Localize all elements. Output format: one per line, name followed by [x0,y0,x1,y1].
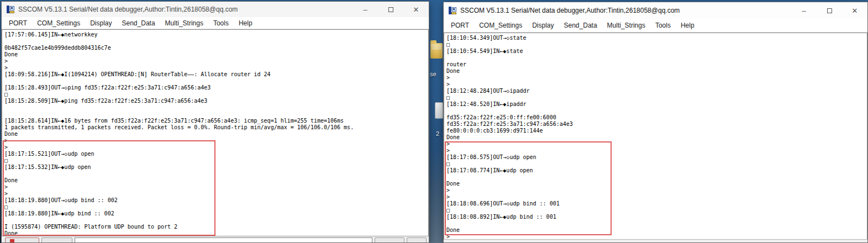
desktop-folder-label: se [430,71,436,77]
terminal-line: □ [446,94,867,101]
terminal-line: [18:15:28.614]IN←◆16 bytes from fd35:f22… [4,118,428,124]
terminal-line: [17:57:06.145]IN←◆networkkey [4,31,428,38]
toolbar-button[interactable] [5,237,39,242]
terminal-line: > [4,58,428,65]
menu-bar: PORTCOM_SettingsDisplaySend_DataMulti_St… [2,17,429,29]
terminal-line: [18:10:54.349]OUT→◇state [446,35,867,41]
terminal-line: [18:18:19.880]IN←◆udp bind :: 002 [4,210,428,217]
terminal-line: > [446,147,867,154]
terminal-line: > [446,81,867,88]
menu-item[interactable]: Help [676,22,699,29]
terminal-line: [18:15:28.509]IN←◆ping fd35:f22a:f22f:e2… [4,98,428,104]
terminal-line: [18:12:48.520]IN←◆ipaddr [446,101,867,108]
sscom-window-right: SSCOM V5.13.1 Serial/Net data debugger,A… [443,2,868,243]
toolbar-button[interactable] [407,237,427,242]
terminal-line: Done [4,177,428,184]
menu-item[interactable]: Help [234,19,257,27]
terminal-line: [18:12:48.284]OUT→◇ipaddr [446,88,867,94]
minimize-button[interactable]: – [791,2,817,19]
terminal-line: □ [4,204,428,210]
menu-item[interactable]: Tools [650,22,676,29]
terminal-line: □ [446,41,867,48]
menu-item[interactable]: Send_Data [559,22,602,29]
minimize-button[interactable]: – [353,2,378,17]
menu-item[interactable]: Tools [208,19,234,27]
terminal-line [4,78,428,84]
terminal-line: > [446,194,867,200]
sscom-app-icon [6,5,15,14]
toolbar-button[interactable] [375,237,404,242]
maximize-button[interactable] [817,2,842,19]
close-button[interactable]: ✕ [842,2,867,19]
terminal-line: [18:17:15.532]IN←◆udp open [4,164,428,171]
terminal-line: [18:18:19.880]OUT→◇udp bind :: 002 [4,197,428,204]
terminal-output[interactable]: [17:57:06.145]IN←◆networkkey0b482f57cae1… [2,29,429,236]
terminal-line: [18:09:58.216]IN←◆I(1094214) OPENTHREAD:… [4,71,428,78]
terminal-line: > [446,75,867,81]
terminal-line: > [446,141,867,147]
menu-item[interactable]: COM_Settings [32,19,85,27]
terminal-output[interactable]: [18:10:54.349]OUT→◇state□[18:10:54.549]I… [444,33,867,239]
menu-item[interactable]: Multi_Strings [160,19,208,27]
menu-item[interactable]: Display [527,22,559,29]
menu-item[interactable]: PORT [446,22,474,29]
titlebar[interactable]: SSCOM V5.13.1 Serial/Net data debugger,A… [444,2,867,19]
terminal-line: □ [446,207,867,214]
terminal-line: [18:10:54.549]IN←◆state [446,48,867,55]
window-title: SSCOM V5.13.1 Serial/Net data debugger,A… [18,6,353,13]
terminal-line: [18:15:28.493]OUT→◇ping fd35:f22a:f22f:e… [4,84,428,91]
terminal-line [4,111,428,118]
menu-item[interactable]: Multi_Strings [602,22,650,29]
terminal-line [4,38,428,45]
titlebar[interactable]: SSCOM V5.13.1 Serial/Net data debugger,A… [2,2,429,17]
terminal-line [446,55,867,61]
menu-bar: PORTCOM_SettingsDisplaySend_DataMulti_St… [444,19,867,33]
terminal-line [446,220,867,227]
maximize-button[interactable] [378,2,403,17]
sscom-app-icon [448,6,457,15]
menu-item[interactable]: COM_Settings [474,22,527,29]
maximize-icon [388,7,393,12]
terminal-line: Done [4,230,428,236]
desktop-folder-icon [432,44,441,50]
terminal-line: fd35:f22a:f22f:e25:3a71:c947:a656:a4e3 [446,121,867,128]
terminal-line: I (1595874) OPENTHREAD: Platform UDP bou… [4,224,428,230]
toolbar-button[interactable] [41,237,72,242]
terminal-line: [18:17:08.774]IN←◆udp open [446,167,867,174]
terminal-line: fd35:f22a:f22f:e25:0:ff:fe00:6000 [446,114,867,121]
terminal-line: [18:18:08.696]OUT→◇udp bind :: 001 [446,200,867,207]
terminal-line: > [446,234,867,239]
menu-item[interactable]: PORT [4,19,32,27]
send-toolbar-cutoff [2,236,429,242]
terminal-line: router [446,61,867,68]
terminal-line: Done [446,134,867,141]
terminal-line: Done [446,68,867,75]
desktop-file-label: 2 [436,130,439,137]
terminal-line [446,108,867,114]
terminal-line: fe80:0:0:0:cb3:1699:d971:144e [446,128,867,134]
terminal-line: [18:17:08.575]OUT→◇udp open [446,154,867,161]
terminal-line: □ [4,157,428,164]
terminal-line: > [4,191,428,197]
terminal-line [4,104,428,111]
terminal-line: > [4,65,428,71]
close-button[interactable]: ✕ [403,2,429,17]
terminal-line: > [446,187,867,194]
terminal-line: 1 packets transmitted, 1 packets receive… [4,124,428,131]
menu-item[interactable]: Send_Data [117,19,160,27]
terminal-line: > [4,184,428,191]
terminal-line [4,171,428,177]
desktop: { "colors": { "highlight_box": "#e05c5c"… [0,0,868,243]
terminal-line: > [4,138,428,144]
desktop-file-icon[interactable] [435,102,443,119]
menu-item[interactable]: Display [85,19,117,27]
terminal-line [446,174,867,181]
terminal-line: Done [4,131,428,138]
terminal-line: Done [446,227,867,234]
window-title: SSCOM V5.13.1 Serial/Net data debugger,A… [460,7,791,14]
send-input[interactable] [75,237,372,242]
terminal-line: Done [4,51,428,58]
terminal-line: 0b482f57cae1e4b999deddb804316c7e [4,45,428,51]
terminal-line: □ [446,161,867,167]
terminal-line: [18:18:08.892]IN←◆udp bind :: 001 [446,214,867,220]
